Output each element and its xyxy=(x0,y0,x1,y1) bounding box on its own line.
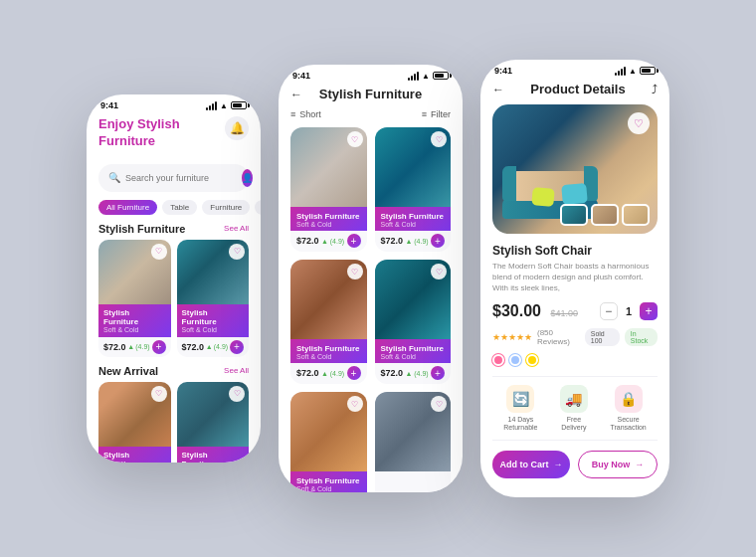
qty-value: 1 xyxy=(626,305,632,317)
buy-now-button[interactable]: Buy Now → xyxy=(578,451,658,478)
heart-l4[interactable]: ♡ xyxy=(431,264,447,279)
search-submit[interactable]: 👤 xyxy=(242,169,253,187)
qty-increase[interactable]: + xyxy=(640,302,658,320)
sort-button[interactable]: ≡ Short xyxy=(290,109,321,119)
product-card-2[interactable]: ♡ Stylish Furniture Soft & Cold $72.0 ▲ … xyxy=(177,240,250,357)
status-bar-3: 9:41 ▲ xyxy=(480,60,669,78)
list-item[interactable]: ♡ Stylish Furniture Soft & Cold $72.0 ▲ … xyxy=(290,127,367,252)
add-l2[interactable]: + xyxy=(431,234,445,248)
add-btn-1[interactable]: + xyxy=(152,340,166,354)
pill-table[interactable]: Table xyxy=(162,200,197,215)
heart-l1[interactable]: ♡ xyxy=(347,131,363,147)
product-info-2: Stylish Furniture Soft & Cold xyxy=(177,304,250,337)
thumb-3[interactable] xyxy=(622,204,650,226)
heart-l5[interactable]: ♡ xyxy=(347,396,363,412)
back-arrow-3[interactable]: ← xyxy=(492,83,504,96)
heart-btn-3[interactable]: ♡ xyxy=(151,386,167,402)
time-2: 9:41 xyxy=(292,71,310,81)
color-dot-1[interactable] xyxy=(492,354,504,366)
add-l4[interactable]: + xyxy=(431,366,445,380)
add-btn-2[interactable]: + xyxy=(230,340,244,354)
stylish-section-header: Stylish Furniture See All xyxy=(98,223,249,235)
see-all-2[interactable]: See All xyxy=(224,366,249,375)
phone3-header: ← Product Details ⤴ xyxy=(492,82,658,96)
search-input[interactable] xyxy=(125,173,237,183)
secure-icon: 🔒 xyxy=(615,385,643,413)
product-details-title: Product Details xyxy=(504,82,652,96)
heart-l2[interactable]: ♡ xyxy=(431,131,447,147)
list-item[interactable]: ♡ Stylish Furniture Soft & Cold $72.0 ▲ … xyxy=(290,260,367,384)
heart-btn-4[interactable]: ♡ xyxy=(229,386,245,402)
section2-title: New Arrival xyxy=(98,365,158,377)
hero-heart-btn[interactable]: ♡ xyxy=(628,112,650,134)
review-count: (850 Reviews) xyxy=(537,328,580,346)
qty-decrease[interactable]: − xyxy=(600,302,618,320)
product-listing-grid: ♡ Stylish Furniture Soft & Cold $72.0 ▲ … xyxy=(290,127,451,492)
add-l1[interactable]: + xyxy=(347,234,361,248)
return-icon: 🔄 xyxy=(506,385,534,413)
product-info-3: Stylish Furniture Soft & Cold xyxy=(98,447,171,463)
star-rating: ★★★★★ xyxy=(492,332,532,342)
pill-furniture[interactable]: Furniture xyxy=(202,200,250,215)
feature-secure: 🔒 SecureTransaction xyxy=(610,385,646,433)
time-3: 9:41 xyxy=(494,66,512,76)
heart-l3[interactable]: ♡ xyxy=(347,264,363,279)
prod-price-l3: $72.0 ▲ (4.9) + xyxy=(290,363,367,384)
heart-btn-2[interactable]: ♡ xyxy=(229,244,245,260)
wifi-icon-2: ▲ xyxy=(422,72,430,81)
color-selector xyxy=(492,354,658,366)
pill-all[interactable]: All Furniture xyxy=(98,200,157,215)
list-item[interactable]: ♡ Stylish Furniture Soft & Cold $72.0 ▲ … xyxy=(290,392,367,492)
product-card-1[interactable]: ♡ Stylish Furniture Soft & Cold $72.0 ▲ … xyxy=(98,240,171,357)
product-card-4[interactable]: ♡ Stylish Furniture Soft & Cold xyxy=(177,382,250,463)
color-dot-3[interactable] xyxy=(526,354,538,366)
cushion-yellow xyxy=(531,187,554,207)
product-grid-2: ♡ Stylish Furniture Soft & Cold ♡ xyxy=(98,382,249,463)
signal-icon xyxy=(206,101,217,110)
arrow-icon-2: → xyxy=(635,460,644,469)
product-card-3[interactable]: ♡ Stylish Furniture Soft & Cold xyxy=(98,382,171,463)
rating-row: ★★★★★ (850 Reviews) Sold 100 In Stock xyxy=(492,328,658,346)
time: 9:41 xyxy=(100,100,118,110)
status-bar: 9:41 ▲ xyxy=(87,94,261,112)
battery-icon-3 xyxy=(640,67,656,75)
sort-icon: ≡ xyxy=(290,109,295,119)
back-arrow[interactable]: ← xyxy=(290,88,302,101)
share-icon[interactable]: ⤴ xyxy=(652,83,658,96)
quantity-control: − 1 + xyxy=(600,302,658,320)
heart-l6[interactable]: ♡ xyxy=(431,396,447,412)
search-bar[interactable]: 🔍 👤 xyxy=(98,164,249,192)
list-item[interactable]: ♡ Stylish Furniture Soft & Cold $72.0 ▲ … xyxy=(375,127,452,252)
signal-icon-3 xyxy=(615,67,626,76)
features-row: 🔄 14 DaysReturnable 🚚 FreeDelivery 🔒 Sec… xyxy=(492,376,658,442)
thumb-2[interactable] xyxy=(591,204,619,226)
notification-bell[interactable]: 🔔 xyxy=(225,116,249,140)
signal-icon-2 xyxy=(408,72,419,81)
heart-btn-1[interactable]: ♡ xyxy=(151,244,167,260)
prod-info-l3: Stylish Furniture Soft & Cold xyxy=(290,339,367,363)
thumb-1[interactable] xyxy=(560,204,588,226)
filter-button[interactable]: ≡ Filter xyxy=(422,109,451,119)
feature-returnable: 🔄 14 DaysReturnable xyxy=(503,385,537,433)
delivery-icon: 🚚 xyxy=(560,385,588,413)
category-pills: All Furniture Table Furniture Table xyxy=(98,200,249,215)
color-dot-2[interactable] xyxy=(509,354,521,366)
prod-price-l4: $72.0 ▲ (4.9) + xyxy=(375,363,452,384)
arrow-icon: → xyxy=(554,460,563,469)
search-icon: 🔍 xyxy=(108,172,120,183)
product-name: Stylish Soft Chair xyxy=(492,244,658,258)
add-l3[interactable]: + xyxy=(347,366,361,380)
pill-table2[interactable]: Table xyxy=(255,200,261,215)
feature-delivery: 🚚 FreeDelivery xyxy=(560,385,588,433)
product-bottom-2: $72.0 ▲ (4.9) + xyxy=(177,337,250,357)
product-info-4: Stylish Furniture Soft & Cold xyxy=(177,447,250,463)
wifi-icon-3: ▲ xyxy=(629,67,637,76)
price-qty-row: $30.00 $41.00 − 1 + xyxy=(492,302,658,320)
filter-icon: ≡ xyxy=(422,109,427,119)
newarrival-section-header: New Arrival See All xyxy=(98,365,249,377)
list-item[interactable]: ♡ Stylish Furniture Soft & Cold $72.0 ▲ … xyxy=(375,260,452,384)
see-all-1[interactable]: See All xyxy=(224,224,249,233)
add-to-cart-button[interactable]: Add to Cart → xyxy=(492,451,570,478)
list-item[interactable]: ♡ xyxy=(375,392,452,492)
prod-info-l5: Stylish Furniture Soft & Cold xyxy=(290,471,367,492)
